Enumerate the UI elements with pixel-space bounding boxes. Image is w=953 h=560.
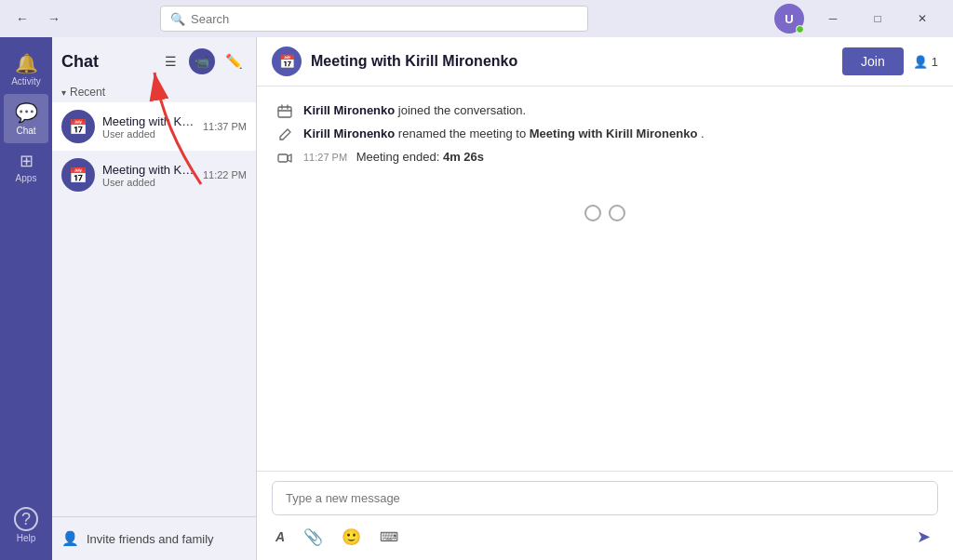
chat-item-name-2: Meeting with Kirill Mir... <box>102 163 195 177</box>
user-avatar[interactable]: U <box>774 4 804 33</box>
sidebar-item-apps-label: Apps <box>16 173 37 183</box>
loading-dot-2 <box>609 205 625 221</box>
join-button[interactable]: Join <box>842 47 904 75</box>
chat-item-info-2: Meeting with Kirill Mir... User added <box>102 163 195 188</box>
participant-icon: 👤 <box>913 55 928 69</box>
more-options-button[interactable]: ⌨ <box>376 526 402 548</box>
chat-item-time-1: 11:37 PM <box>203 121 247 132</box>
search-box: 🔍 <box>160 6 588 32</box>
compose-input[interactable] <box>272 481 938 515</box>
sidebar-item-activity-label: Activity <box>11 76 41 87</box>
chat-item-time-2: 11:22 PM <box>203 169 247 180</box>
compose-area: A 📎 🙂 ⌨ ➤ <box>257 471 953 560</box>
sidebar-item-chat[interactable]: 💬 Chat <box>4 94 48 143</box>
messages-area: Kirill Mironenko joined the conversation… <box>257 87 953 471</box>
send-button[interactable]: ➤ <box>909 523 938 551</box>
search-icon: 🔍 <box>170 12 185 26</box>
participant-count-value: 1 <box>932 55 938 69</box>
back-button[interactable]: ← <box>9 6 35 32</box>
chat-panel-header: Chat ☰ 📹 ✏️ <box>52 37 256 82</box>
chat-panel: Chat ☰ 📹 ✏️ ▾ Recent 📅 <box>52 37 257 560</box>
sidebar-item-help[interactable]: ? Help <box>4 500 48 551</box>
chat-avatar-1: 📅 <box>61 110 95 143</box>
main-layout: 🔔 Activity 💬 Chat ⊞ Apps ? Help Chat ☰ 📹… <box>0 37 953 560</box>
chat-item-1[interactable]: 📅 Meeting with Kirill Mir... User added … <box>52 102 256 151</box>
maximize-button[interactable]: □ <box>856 4 899 33</box>
attach-button[interactable]: 📎 <box>300 524 327 551</box>
chat-icon: 💬 <box>15 101 38 124</box>
filter-button[interactable]: ☰ <box>157 48 183 74</box>
send-icon: ➤ <box>917 527 931 546</box>
invite-icon: 👤 <box>61 530 79 547</box>
window-controls: ─ □ ✕ <box>812 4 944 33</box>
minimize-button[interactable]: ─ <box>812 4 854 33</box>
user-status-indicator <box>796 25 804 33</box>
participant-count[interactable]: 👤 1 <box>913 55 938 69</box>
meeting-header: 📅 Meeting with Kirill Mironenko Join 👤 1 <box>257 37 953 87</box>
search-area: 🔍 <box>160 6 588 32</box>
compose-toolbar: A 📎 🙂 ⌨ ➤ <box>272 523 938 551</box>
calendar-icon-2: 📅 <box>69 167 87 184</box>
svg-rect-2 <box>278 154 288 162</box>
invite-label: Invite friends and family <box>87 532 214 546</box>
format-button[interactable]: A <box>272 526 289 548</box>
message-icon-3 <box>275 149 294 167</box>
loading-dot-1 <box>584 205 601 221</box>
sidebar-bottom: ? Help <box>4 500 48 551</box>
calendar-icon: 📅 <box>69 118 87 136</box>
meeting-calendar-icon: 📅 <box>279 54 295 69</box>
chevron-icon: ▾ <box>61 87 66 98</box>
chat-item-info-1: Meeting with Kirill Mir... User added <box>102 114 195 140</box>
sidebar-item-activity[interactable]: 🔔 Activity <box>4 45 48 94</box>
svg-rect-1 <box>278 107 291 117</box>
invite-button[interactable]: 👤 Invite friends and family <box>61 527 247 551</box>
sidebar-item-apps[interactable]: ⊞ Apps <box>4 143 48 191</box>
new-meeting-button[interactable]: 📹 <box>189 48 215 74</box>
close-button[interactable]: ✕ <box>901 4 944 33</box>
message-icon-2 <box>275 126 294 144</box>
activity-icon: 🔔 <box>15 52 38 74</box>
main-content: 📅 Meeting with Kirill Mironenko Join 👤 1… <box>257 37 953 560</box>
new-chat-button[interactable]: ✏️ <box>221 48 247 74</box>
help-icon: ? <box>14 507 38 531</box>
chat-avatar-2: 📅 <box>61 158 95 192</box>
chat-item-2[interactable]: 📅 Meeting with Kirill Mir... User added … <box>52 151 256 199</box>
emoji-button[interactable]: 🙂 <box>338 524 365 551</box>
apps-icon: ⊞ <box>20 151 34 171</box>
message-row-2: Kirill Mironenko renamed the meeting to … <box>275 125 934 144</box>
message-icon-1 <box>275 102 294 121</box>
nav-buttons: ← → <box>9 6 67 32</box>
message-row-3: 11:27 PM Meeting ended: 4m 26s <box>275 148 934 167</box>
recent-section-label: ▾ Recent <box>52 82 256 102</box>
sidebar-item-chat-label: Chat <box>16 126 35 136</box>
search-input[interactable] <box>191 12 578 26</box>
message-row-1: Kirill Mironenko joined the conversation… <box>275 101 934 121</box>
chat-item-sub-1: User added <box>102 128 195 140</box>
sidebar: 🔔 Activity 💬 Chat ⊞ Apps ? Help <box>0 37 52 560</box>
chat-item-name-1: Meeting with Kirill Mir... <box>102 114 195 128</box>
chat-panel-title: Chat <box>61 52 152 72</box>
forward-button[interactable]: → <box>41 6 67 32</box>
message-text-2: Kirill Mironenko renamed the meeting to … <box>303 125 934 143</box>
titlebar: ← → 🔍 U ─ □ ✕ <box>0 0 953 37</box>
meeting-icon: 📅 <box>272 47 302 76</box>
message-text-3: 11:27 PM Meeting ended: 4m 26s <box>303 148 934 167</box>
loading-dots <box>275 186 934 240</box>
meeting-title: Meeting with Kirill Mironenko <box>311 53 833 70</box>
sidebar-item-help-label: Help <box>17 533 36 543</box>
chat-item-sub-2: User added <box>102 177 195 188</box>
message-text-1: Kirill Mironenko joined the conversation… <box>303 101 934 120</box>
chat-panel-footer: 👤 Invite friends and family <box>52 516 256 560</box>
